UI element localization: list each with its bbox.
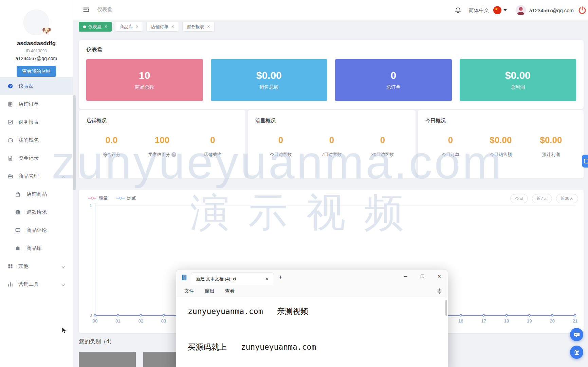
sidebar-item-label: 营销工具 (18, 281, 39, 287)
notepad-titlebar[interactable]: 新建 文本文档 (4).txt ✕ + ✕ (176, 269, 448, 285)
overview-panel-0: 店铺概况0.0综合评分100卖家信用分?0店铺关注 (79, 110, 245, 178)
dashboard-title: 仪表盘 (86, 46, 576, 53)
notification-bell-icon[interactable] (455, 7, 461, 14)
x-axis-label: 18 (504, 318, 509, 324)
tab-2[interactable]: 店铺订单✕ (146, 22, 179, 32)
sidebar-item-grid[interactable]: 其他 (0, 257, 73, 275)
topbar-email: a1234567@qq.com (529, 7, 574, 13)
chevron-down-icon[interactable] (503, 9, 507, 11)
panel-stat: 0今日访客数 (255, 135, 306, 158)
dashboard-card: 仪表盘 10商品总数$0.00销售总额0总订单$0.00总利润 (79, 40, 584, 109)
avatar[interactable]: 🐶 (23, 10, 49, 35)
sidebar-item-order[interactable]: 店铺订单 (0, 95, 73, 113)
sidebar-item-label: 资金记录 (18, 155, 39, 161)
category-box-0[interactable] (79, 352, 136, 367)
panel-stat-label: 店铺关注 (204, 152, 222, 158)
topbar-avatar[interactable] (516, 5, 526, 15)
logout-power-icon[interactable] (578, 6, 588, 15)
china-flag-icon[interactable]: ★ (493, 6, 501, 14)
panel-stat-label: 综合评分 (103, 152, 121, 158)
panel-title: 今日概况 (425, 118, 576, 124)
tab-0[interactable]: 仪表盘✕ (79, 22, 112, 32)
language-selector[interactable]: 简体中文 (469, 7, 489, 14)
home-icon (15, 245, 21, 251)
record-icon (7, 155, 13, 161)
tab-close-icon[interactable]: ✕ (104, 24, 107, 29)
breadcrumb: 仪表盘 (97, 6, 112, 13)
panel-title: 流量概况 (255, 118, 408, 124)
sidebar-item-home[interactable]: 商品库 (0, 239, 73, 257)
tab-1[interactable]: 商品库✕ (115, 22, 143, 32)
notepad-text-area[interactable]: zunyueyuanma.com 亲测视频 买源码就上 zunyueyuanma… (176, 297, 448, 367)
tab-label: 商品库 (120, 24, 133, 30)
notepad-new-tab-button[interactable]: + (279, 274, 282, 281)
tab-3[interactable]: 财务报表✕ (182, 22, 215, 32)
topbar: 仪表盘 简体中文 ★ a1234567@qq.com (73, 0, 588, 20)
minimize-button[interactable] (397, 269, 414, 283)
legend-marker-icon (116, 197, 125, 199)
view-my-shop-button[interactable]: 查看我的店铺 (17, 66, 56, 77)
panel-stat: 030日访客数 (357, 135, 408, 158)
sidebar-item-record[interactable]: 资金记录 (0, 149, 73, 167)
sidebar-collapse-icon[interactable] (82, 6, 90, 14)
sidebar-item-bars[interactable]: 营销工具 (0, 275, 73, 293)
edge-service-widget[interactable] (582, 155, 588, 168)
panel-stat: 07日访客数 (306, 135, 357, 158)
tab-close-icon[interactable]: ✕ (207, 24, 210, 29)
panel-stat-value: 0 (357, 135, 408, 145)
notepad-settings-gear-icon[interactable] (437, 288, 442, 294)
stat-value: 0 (390, 70, 396, 81)
sidebar-item-refund[interactable]: 退款请求 (0, 203, 73, 221)
sidebar-item-goods[interactable]: 商品管理 (0, 167, 73, 185)
tab-close-icon[interactable]: ✕ (135, 24, 139, 29)
sidebar-item-gauge[interactable]: 仪表盘 (0, 77, 73, 95)
notepad-window[interactable]: 新建 文本文档 (4).txt ✕ + ✕ 文件 编辑 查看 zunyueyua… (176, 269, 448, 367)
chevron-down-icon (61, 264, 65, 268)
legend-item-1[interactable]: 浏览 (116, 195, 136, 201)
legend-item-0[interactable]: 销量 (88, 195, 108, 201)
panel-stat-value: $0.00 (476, 135, 526, 145)
sidebar-scrollbar[interactable] (73, 95, 76, 190)
x-axis-label: 19 (527, 318, 532, 324)
sidebar-item-bag[interactable]: 店铺商品 (0, 185, 73, 203)
active-tab-dot (83, 25, 86, 28)
chart-legend: 销量浏览 (88, 195, 136, 201)
sidebar-item-wallet[interactable]: 我的钱包 (0, 131, 73, 149)
panel-stat: 0店铺关注 (187, 135, 238, 158)
y-axis-label: 1 (90, 203, 92, 208)
help-icon[interactable]: ? (171, 152, 176, 157)
stat-cards-row: 10商品总数$0.00销售总额0总订单$0.00总利润 (86, 59, 576, 101)
range-button-2[interactable]: 近30天 (556, 194, 578, 203)
stat-value: $0.00 (256, 70, 282, 81)
notepad-scrollbar[interactable] (445, 300, 447, 316)
menu-file[interactable]: 文件 (182, 287, 197, 296)
range-button-1[interactable]: 近7天 (532, 194, 552, 203)
panel-stat-label: 预计利润 (542, 152, 560, 158)
customer-service-headset-button[interactable] (570, 346, 583, 359)
notepad-document-title: 新建 文本文档 (4).txt (196, 276, 263, 282)
tab-close-icon[interactable]: ✕ (171, 24, 174, 29)
stat-label: 销售总额 (259, 84, 278, 90)
x-axis-label: 17 (481, 318, 486, 324)
maximize-button[interactable] (414, 269, 431, 283)
sidebar-item-comment[interactable]: 商品评论 (0, 221, 73, 239)
range-button-0[interactable]: 今日 (510, 194, 528, 203)
tab-label: 店铺订单 (151, 24, 168, 30)
menu-view[interactable]: 查看 (222, 287, 237, 296)
panel-stat-value: 0 (187, 135, 238, 145)
user-email: a1234567@qq.com (0, 56, 73, 61)
user-name: asdasdasddfg (0, 40, 73, 47)
sidebar: 🐶 asdasdasddfg ID 4013093 a1234567@qq.co… (0, 0, 73, 367)
chevron-down-icon (61, 282, 65, 286)
order-icon (7, 101, 13, 107)
close-button[interactable]: ✕ (431, 269, 448, 283)
notepad-document-tab[interactable]: 新建 文本文档 (4).txt ✕ (191, 272, 274, 285)
notepad-app-icon (181, 274, 187, 281)
flag-star: ★ (495, 7, 498, 11)
notepad-tab-close-icon[interactable]: ✕ (263, 276, 270, 282)
menu-edit[interactable]: 编辑 (202, 287, 217, 296)
chat-bubble-button[interactable] (570, 328, 583, 341)
x-axis-label: 21 (573, 318, 577, 324)
sidebar-item-report[interactable]: 财务报表 (0, 113, 73, 131)
panel-stat-label: 今日访客数 (270, 152, 292, 158)
